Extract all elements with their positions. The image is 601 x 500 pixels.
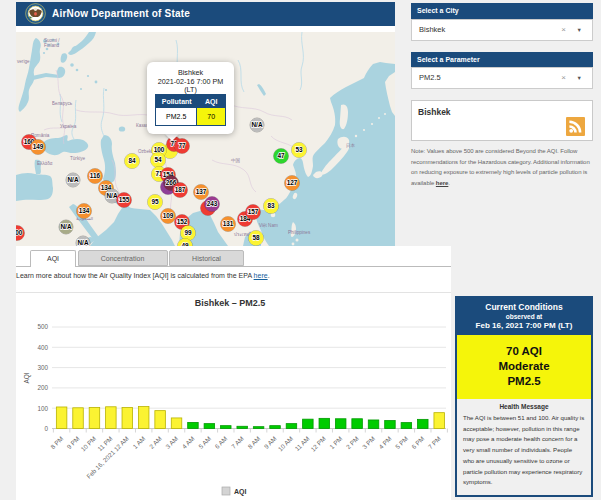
svg-text:127: 127 (287, 179, 298, 186)
svg-text:7 PM: 7 PM (427, 435, 442, 450)
svg-text:8 PM: 8 PM (49, 435, 64, 450)
svg-text:77: 77 (178, 142, 186, 149)
svg-text:4 AM: 4 AM (181, 435, 196, 450)
svg-text:2 AM: 2 AM (148, 435, 163, 450)
svg-text:58: 58 (252, 234, 260, 241)
svg-text:3 AM: 3 AM (164, 435, 179, 450)
svg-text:N/A: N/A (77, 239, 88, 246)
svg-text:500: 500 (37, 323, 48, 330)
svg-text:149: 149 (33, 143, 44, 150)
svg-text:84: 84 (128, 157, 136, 164)
svg-text:7 AM: 7 AM (230, 435, 245, 450)
svg-text:12 PM: 12 PM (309, 435, 327, 453)
svg-text:1 AM: 1 AM (131, 435, 146, 450)
svg-text:47: 47 (277, 152, 285, 159)
svg-text:300: 300 (37, 364, 48, 371)
svg-text:131: 131 (223, 220, 234, 227)
svg-text:4 PM: 4 PM (377, 435, 392, 450)
svg-text:116: 116 (90, 172, 101, 179)
svg-text:53: 53 (295, 146, 303, 153)
svg-text:Bishkek – PM2.5: Bishkek – PM2.5 (195, 298, 266, 308)
svg-text:N/A: N/A (60, 223, 71, 230)
svg-text:100: 100 (37, 405, 48, 412)
svg-text:N/A: N/A (251, 121, 262, 128)
svg-text:54: 54 (154, 156, 162, 163)
svg-text:N/A: N/A (67, 176, 78, 183)
svg-text:6 PM: 6 PM (410, 435, 425, 450)
svg-text:83: 83 (267, 202, 275, 209)
svg-text:95: 95 (151, 198, 159, 205)
svg-text:6 AM: 6 AM (213, 435, 228, 450)
svg-text:10 AM: 10 AM (277, 435, 295, 453)
svg-text:3 PM: 3 PM (361, 435, 376, 450)
svg-text:10 PM: 10 PM (79, 435, 97, 453)
svg-text:0: 0 (44, 425, 48, 432)
svg-text:11 AM: 11 AM (293, 435, 310, 452)
svg-text:N/A: N/A (106, 192, 117, 199)
svg-text:2 PM: 2 PM (344, 435, 359, 450)
svg-text:8 AM: 8 AM (246, 435, 261, 450)
svg-text:AQI: AQI (234, 488, 247, 496)
svg-text:AQI: AQI (23, 372, 31, 383)
svg-text:99: 99 (184, 229, 192, 236)
svg-text:1 PM: 1 PM (328, 435, 343, 450)
svg-text:155: 155 (119, 196, 130, 203)
svg-text:5 AM: 5 AM (197, 435, 212, 450)
svg-text:152: 152 (177, 218, 188, 225)
svg-text:134: 134 (79, 207, 90, 214)
svg-text:187: 187 (175, 186, 186, 193)
svg-text:157: 157 (248, 208, 259, 215)
svg-text:109: 109 (163, 212, 174, 219)
svg-text:200: 200 (37, 384, 48, 391)
svg-text:400: 400 (37, 344, 48, 351)
svg-text:200: 200 (16, 229, 23, 236)
svg-text:5 PM: 5 PM (394, 435, 409, 450)
svg-text:243: 243 (207, 200, 218, 207)
svg-text:137: 137 (196, 188, 207, 195)
